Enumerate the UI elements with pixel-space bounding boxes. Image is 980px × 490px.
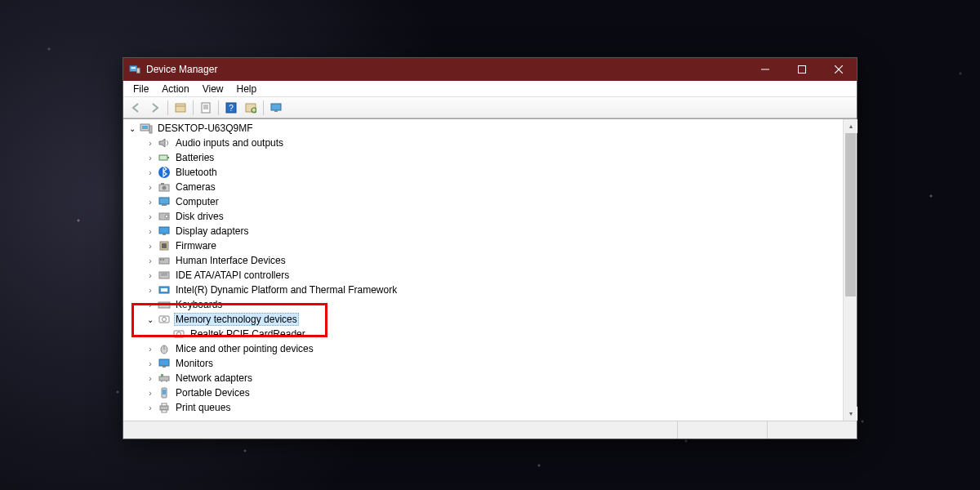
maximize-button[interactable] [783, 58, 820, 81]
chevron-right-icon[interactable]: › [145, 372, 156, 384]
chevron-right-icon[interactable]: › [145, 343, 156, 354]
expander-icon[interactable]: ⌄ [127, 122, 138, 134]
category-label[interactable]: Print queues [174, 402, 232, 413]
chevron-right-icon[interactable]: › [145, 211, 156, 222]
speaker-icon [158, 136, 171, 149]
scroll-down-button[interactable]: ▾ [844, 407, 858, 421]
root-label[interactable]: DESKTOP-U63Q9MF [156, 122, 254, 134]
tree-category[interactable]: ›Display adapters [123, 224, 843, 238]
chevron-right-icon[interactable]: › [145, 181, 156, 193]
category-label[interactable]: Bluetooth [174, 167, 219, 178]
category-label[interactable]: Batteries [174, 152, 216, 163]
help-button[interactable]: ? [222, 99, 240, 117]
chevron-right-icon[interactable]: › [145, 240, 156, 252]
category-label[interactable]: Monitors [174, 358, 215, 369]
monitor-button[interactable] [267, 99, 285, 117]
svg-rect-2 [137, 68, 140, 73]
category-label[interactable]: Computer [174, 196, 220, 207]
menu-help[interactable]: Help [230, 82, 264, 96]
tree-category[interactable]: ›Human Interface Devices [123, 253, 843, 268]
tree-category[interactable]: ›Audio inputs and outputs [123, 136, 843, 150]
chevron-right-icon[interactable]: › [145, 137, 156, 149]
category-label[interactable]: Memory technology devices [174, 313, 299, 326]
chevron-right-icon[interactable]: › [145, 299, 156, 310]
category-label[interactable]: Human Interface Devices [174, 255, 287, 266]
tree-category[interactable]: ›Disk drives [123, 209, 843, 224]
svg-rect-29 [162, 204, 167, 206]
camera-icon [158, 180, 171, 194]
category-label[interactable]: IDE ATA/ATAPI controllers [174, 270, 291, 281]
category-label[interactable]: Cameras [174, 181, 217, 193]
vertical-scrollbar[interactable]: ▴ ▾ [843, 119, 857, 421]
chevron-down-icon[interactable]: ⌄ [145, 314, 156, 325]
show-hidden-button[interactable] [172, 99, 189, 117]
statusbar [123, 421, 857, 439]
menu-action[interactable]: Action [155, 82, 195, 96]
svg-point-26 [163, 186, 167, 190]
minimize-button[interactable] [746, 58, 783, 81]
chevron-right-icon[interactable]: › [145, 152, 156, 163]
tree-category[interactable]: ⌄Memory technology devices [123, 312, 843, 327]
tree-category[interactable]: ›Monitors [123, 356, 843, 371]
scroll-thumb[interactable] [845, 133, 856, 296]
tree-category[interactable]: ›Intel(R) Dynamic Platform and Thermal F… [123, 283, 843, 297]
category-label[interactable]: Display adapters [174, 225, 250, 237]
device-tree[interactable]: ⌄ DESKTOP-U63Q9MF ›Audio inputs and outp… [123, 119, 843, 421]
chevron-right-icon[interactable]: › [145, 358, 156, 369]
category-label[interactable]: Disk drives [174, 211, 225, 222]
tree-category[interactable]: ›IDE ATA/ATAPI controllers [123, 268, 843, 283]
tree-category[interactable]: ›Print queues [123, 400, 843, 415]
forward-button[interactable] [146, 99, 164, 117]
chevron-right-icon[interactable]: › [145, 225, 156, 237]
tree-category[interactable]: ›Firmware [123, 238, 843, 253]
close-button[interactable] [820, 58, 857, 81]
chevron-right-icon[interactable]: › [145, 387, 156, 399]
category-label[interactable]: Portable Devices [174, 387, 252, 399]
tree-category[interactable]: ›Bluetooth [123, 165, 843, 180]
device-label[interactable]: Realtek PCIE CardReader [189, 328, 307, 340]
tree-device[interactable]: Realtek PCIE CardReader [123, 327, 843, 341]
chevron-right-icon[interactable]: › [145, 284, 156, 296]
battery-icon [158, 151, 171, 164]
tree-category[interactable]: ›Portable Devices [123, 385, 843, 400]
chevron-right-icon[interactable]: › [145, 167, 156, 178]
tree-category[interactable]: ›Computer [123, 194, 843, 209]
category-label[interactable]: Audio inputs and outputs [174, 137, 285, 149]
svg-rect-64 [162, 410, 167, 412]
tree-category[interactable]: ›Mice and other pointing devices [123, 341, 843, 356]
svg-rect-61 [163, 390, 166, 394]
chevron-right-icon[interactable]: › [145, 196, 156, 207]
back-button[interactable] [127, 99, 145, 117]
category-label[interactable]: Firmware [174, 240, 218, 252]
tree-root[interactable]: ⌄ DESKTOP-U63Q9MF [123, 121, 843, 136]
svg-rect-1 [131, 67, 136, 69]
app-icon [128, 63, 141, 76]
content-area: ⌄ DESKTOP-U63Q9MF ›Audio inputs and outp… [123, 118, 857, 421]
chevron-right-icon[interactable]: › [145, 402, 156, 413]
titlebar[interactable]: Device Manager [123, 58, 857, 81]
svg-rect-28 [159, 198, 169, 204]
tree-category[interactable]: ›Cameras [123, 180, 843, 194]
tree-category[interactable]: ›Batteries [123, 150, 843, 165]
svg-rect-7 [176, 104, 185, 112]
scan-button[interactable] [242, 99, 260, 117]
menu-view[interactable]: View [196, 82, 230, 96]
hid-icon [158, 254, 171, 267]
ide-icon [158, 269, 171, 282]
chevron-right-icon[interactable]: › [145, 255, 156, 266]
tree-category[interactable]: ›Network adapters [123, 371, 843, 385]
menu-file[interactable]: File [127, 82, 155, 96]
category-label[interactable]: Mice and other pointing devices [174, 343, 315, 354]
tree-category[interactable]: ›Keyboards [123, 297, 843, 312]
category-label[interactable]: Keyboards [174, 299, 224, 310]
scroll-up-button[interactable]: ▴ [844, 119, 858, 133]
bluetooth-icon [158, 166, 171, 179]
category-label[interactable]: Network adapters [174, 372, 254, 384]
disk-icon [158, 210, 171, 223]
display-icon [158, 225, 171, 238]
properties-button[interactable] [197, 99, 215, 117]
chevron-right-icon[interactable]: › [145, 270, 156, 281]
category-label[interactable]: Intel(R) Dynamic Platform and Thermal Fr… [174, 284, 399, 296]
svg-rect-23 [167, 157, 169, 158]
svg-rect-9 [202, 103, 210, 113]
